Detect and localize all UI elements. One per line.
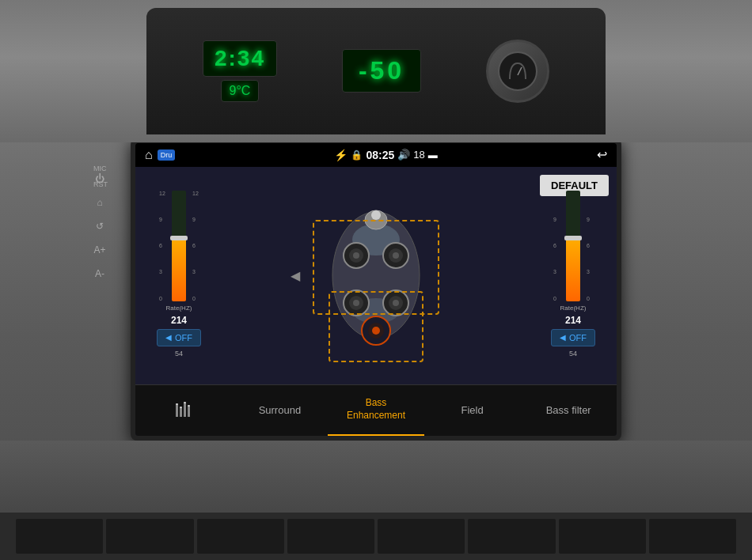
battery-icon: ▬ — [428, 149, 438, 161]
svg-rect-27 — [184, 402, 186, 403]
status-center: ⚡ 🔒 08:25 🔊 18 ▬ — [334, 149, 437, 161]
off-btn-left[interactable]: ◀ OFF — [157, 329, 201, 346]
tab-bass-filter[interactable]: Bass filter — [520, 385, 617, 436]
surround-label: Surround — [259, 404, 301, 416]
lock-icon: 🔒 — [351, 149, 363, 161]
field-label: Field — [461, 404, 483, 416]
bass-filter-label: Bass filter — [546, 404, 591, 416]
svg-line-0 — [518, 67, 522, 75]
svg-rect-21 — [176, 404, 178, 417]
slider-track-right[interactable] — [566, 191, 580, 301]
slider-scale-left: 12 9 6 3 0 — [159, 191, 165, 301]
home-btn[interactable]: ⌂ — [91, 194, 108, 211]
temp-display: 9°C — [221, 80, 260, 102]
dashboard-bottom — [0, 441, 752, 560]
vent-slot-4 — [287, 519, 374, 554]
car-dashboard: 2:34 9°C -50 MIC RST ⏻ ⌂ ↺ A+ A- — [0, 0, 752, 560]
vent-slot-6 — [468, 519, 555, 554]
content-area: DEFAULT 12 9 6 3 0 — [135, 167, 617, 436]
svg-rect-22 — [180, 407, 182, 417]
rate-label-right: Rate(HZ) — [560, 305, 587, 312]
gauge-cluster: 2:34 9°C -50 — [146, 8, 606, 134]
bass-enhancement-label: BassEnhancement — [347, 397, 405, 422]
main-screen: ⌂ Dru ⚡ 🔒 08:25 🔊 18 ▬ ↩ — [135, 143, 617, 436]
vent-slot-1 — [16, 519, 103, 554]
back-btn[interactable]: ↺ — [91, 218, 108, 235]
svg-rect-24 — [188, 406, 190, 417]
off-label-left: OFF — [175, 333, 192, 342]
off-arrow-left: ◀ — [165, 333, 172, 342]
left-side-controls: ⏻ ⌂ ↺ A+ A- — [91, 170, 108, 282]
power-btn[interactable]: ⏻ — [91, 170, 108, 187]
vol-up-btn[interactable]: A+ — [91, 241, 108, 259]
slider-container-left: 12 9 6 3 0 12 — [159, 175, 199, 301]
svg-rect-26 — [180, 407, 182, 408]
off-arrow-right: ◀ — [560, 333, 566, 342]
tab-bass-enhancement[interactable]: BassEnhancement — [328, 385, 424, 436]
gauge-circle — [486, 40, 549, 103]
gauge-left: 2:34 9°C — [203, 40, 277, 102]
rate-value-right: 214 — [565, 315, 581, 326]
rate-label-left: Rate(HZ) — [166, 305, 192, 312]
center-speaker-diagram: ◀ — [222, 175, 530, 376]
bottom-tabs: Surround BassEnhancement Field Bass filt… — [135, 384, 617, 436]
clock-display: 08:25 — [366, 149, 394, 161]
app-icon[interactable]: Dru — [158, 149, 176, 161]
home-icon[interactable]: ⌂ — [145, 148, 153, 162]
dashboard-top: 2:34 9°C -50 — [0, 0, 752, 142]
vent-slot-7 — [559, 519, 646, 554]
slider-scale-right: 12 9 6 3 0 — [553, 191, 560, 301]
status-right: ↩ — [597, 147, 607, 162]
vent-slot-8 — [649, 519, 736, 554]
off-btn-right[interactable]: ◀ OFF — [551, 329, 595, 346]
volume-icon: 🔊 — [397, 149, 410, 161]
status-bar: ⌂ Dru ⚡ 🔒 08:25 🔊 18 ▬ ↩ — [135, 143, 617, 167]
equalizer-icon — [175, 401, 192, 420]
svg-rect-23 — [184, 403, 186, 417]
time-display: 2:34 — [203, 40, 277, 77]
off-label-right: OFF — [569, 333, 587, 342]
speaker-arrow: ◀ — [291, 268, 300, 283]
eq-panel-left: 12 9 6 3 0 12 — [143, 175, 215, 376]
rate-bottom-right: 54 — [569, 350, 577, 358]
screen-bezel: ⌂ Dru ⚡ 🔒 08:25 🔊 18 ▬ ↩ — [131, 138, 621, 441]
bluetooth-icon: ⚡ — [334, 149, 348, 161]
svg-rect-28 — [188, 405, 190, 407]
svg-point-20 — [371, 210, 381, 220]
slider-scale-right2: 12 9 6 3 0 — [587, 191, 593, 301]
tab-field[interactable]: Field — [424, 385, 521, 436]
slider-track-left[interactable] — [172, 191, 186, 301]
tab-surround[interactable]: Surround — [232, 385, 329, 436]
volume-level: 18 — [413, 149, 424, 161]
vent-slot-5 — [378, 519, 465, 554]
vent-slot-2 — [106, 519, 193, 554]
rate-bottom-left: 54 — [175, 350, 183, 358]
speaker-graphic: ◀ — [297, 196, 455, 354]
eq-panel-right: 12 9 6 3 0 12 — [537, 175, 609, 376]
svg-rect-25 — [176, 403, 178, 405]
gauge-inner — [498, 51, 537, 91]
vent-strip — [0, 513, 752, 560]
speed-display: -50 — [342, 49, 421, 93]
slider-scale-left2: 12 9 6 3 0 — [192, 191, 199, 301]
speaker-dashed-box-bottom — [329, 291, 423, 362]
vol-down-btn[interactable]: A- — [91, 265, 108, 282]
audio-content: DEFAULT 12 9 6 3 0 — [135, 167, 617, 384]
back-icon[interactable]: ↩ — [597, 147, 607, 162]
status-left: ⌂ Dru — [145, 148, 175, 162]
vent-slot-3 — [197, 519, 284, 554]
rate-value-left: 214 — [171, 315, 187, 326]
tab-equalizer[interactable] — [135, 385, 232, 436]
